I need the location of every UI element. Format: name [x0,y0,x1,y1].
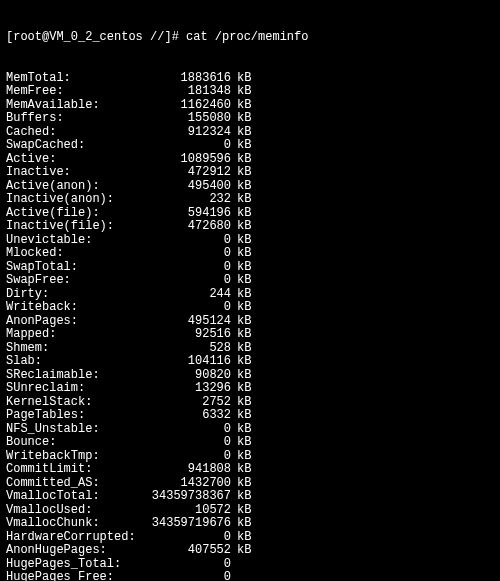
meminfo-key: Mapped: [6,328,141,342]
meminfo-value: 0 [141,247,231,261]
terminal-output: [root@VM_0_2_centos //]# cat /proc/memin… [0,0,500,581]
meminfo-row: WritebackTmp:0kB [6,450,494,464]
meminfo-value: 1162460 [141,99,231,113]
meminfo-unit: kB [231,112,251,126]
meminfo-value: 495400 [141,180,231,194]
meminfo-key: MemFree: [6,85,141,99]
meminfo-unit: kB [231,193,251,207]
meminfo-unit: kB [231,369,251,383]
meminfo-value: 0 [141,139,231,153]
meminfo-value: 232 [141,193,231,207]
meminfo-unit: kB [231,531,251,545]
meminfo-unit: kB [231,544,251,558]
meminfo-key: SwapFree: [6,274,141,288]
meminfo-key: Bounce: [6,436,141,450]
meminfo-unit: kB [231,477,251,491]
meminfo-row: Inactive:472912kB [6,166,494,180]
meminfo-key: MemTotal: [6,72,141,86]
meminfo-value: 155080 [141,112,231,126]
meminfo-row: Active(file):594196kB [6,207,494,221]
meminfo-key: NFS_Unstable: [6,423,141,437]
meminfo-row: Unevictable:0kB [6,234,494,248]
meminfo-row: SwapFree:0kB [6,274,494,288]
meminfo-key: Active(anon): [6,180,141,194]
meminfo-value: 104116 [141,355,231,369]
meminfo-value: 941808 [141,463,231,477]
meminfo-key: VmallocUsed: [6,504,141,518]
meminfo-key: Shmem: [6,342,141,356]
meminfo-row: HardwareCorrupted:0kB [6,531,494,545]
meminfo-key: AnonHugePages: [6,544,141,558]
meminfo-unit: kB [231,72,251,86]
meminfo-unit: kB [231,220,251,234]
meminfo-row: Mlocked:0kB [6,247,494,261]
meminfo-value: 90820 [141,369,231,383]
meminfo-unit: kB [231,423,251,437]
meminfo-value: 0 [141,558,231,572]
meminfo-row: HugePages_Total:0 [6,558,494,572]
meminfo-row: HugePages_Free:0 [6,571,494,581]
meminfo-value: 0 [141,531,231,545]
meminfo-row: AnonPages:495124kB [6,315,494,329]
meminfo-key: SwapCached: [6,139,141,153]
meminfo-row: Buffers:155080kB [6,112,494,126]
meminfo-row: Writeback:0kB [6,301,494,315]
meminfo-value: 528 [141,342,231,356]
meminfo-row: Inactive(file):472680kB [6,220,494,234]
meminfo-value: 912324 [141,126,231,140]
meminfo-row: Active(anon):495400kB [6,180,494,194]
meminfo-unit: kB [231,288,251,302]
meminfo-key: SwapTotal: [6,261,141,275]
meminfo-value: 10572 [141,504,231,518]
meminfo-key: Committed_AS: [6,477,141,491]
meminfo-key: Inactive(anon): [6,193,141,207]
meminfo-value: 34359738367 [141,490,231,504]
meminfo-key: HardwareCorrupted: [6,531,141,545]
meminfo-unit: kB [231,234,251,248]
meminfo-unit: kB [231,342,251,356]
meminfo-value: 472680 [141,220,231,234]
shell-prompt: [root@VM_0_2_centos //]# cat /proc/memin… [6,31,494,45]
meminfo-key: Active: [6,153,141,167]
meminfo-row: Slab:104116kB [6,355,494,369]
meminfo-value: 495124 [141,315,231,329]
meminfo-unit: kB [231,301,251,315]
meminfo-row: CommitLimit:941808kB [6,463,494,477]
meminfo-unit: kB [231,99,251,113]
meminfo-row: Dirty:244kB [6,288,494,302]
meminfo-row: SUnreclaim:13296kB [6,382,494,396]
meminfo-row: MemTotal:1883616kB [6,72,494,86]
meminfo-key: Inactive(file): [6,220,141,234]
meminfo-key: MemAvailable: [6,99,141,113]
meminfo-value: 1432700 [141,477,231,491]
meminfo-value: 0 [141,274,231,288]
meminfo-unit: kB [231,382,251,396]
meminfo-row: SwapCached:0kB [6,139,494,153]
meminfo-row: Active:1089596kB [6,153,494,167]
meminfo-row: NFS_Unstable:0kB [6,423,494,437]
meminfo-value: 594196 [141,207,231,221]
meminfo-key: PageTables: [6,409,141,423]
meminfo-unit: kB [231,315,251,329]
meminfo-unit: kB [231,274,251,288]
meminfo-unit: kB [231,490,251,504]
meminfo-row: Shmem:528kB [6,342,494,356]
meminfo-unit: kB [231,85,251,99]
meminfo-value: 34359719676 [141,517,231,531]
meminfo-row: VmallocTotal:34359738367kB [6,490,494,504]
meminfo-key: Writeback: [6,301,141,315]
meminfo-unit: kB [231,126,251,140]
meminfo-key: SUnreclaim: [6,382,141,396]
meminfo-value: 0 [141,450,231,464]
meminfo-value: 244 [141,288,231,302]
meminfo-unit: kB [231,261,251,275]
meminfo-value: 92516 [141,328,231,342]
meminfo-unit: kB [231,166,251,180]
meminfo-row: KernelStack:2752kB [6,396,494,410]
meminfo-row: MemAvailable:1162460kB [6,99,494,113]
meminfo-value: 0 [141,301,231,315]
meminfo-value: 2752 [141,396,231,410]
meminfo-row: Committed_AS:1432700kB [6,477,494,491]
meminfo-unit: kB [231,409,251,423]
meminfo-row: SwapTotal:0kB [6,261,494,275]
